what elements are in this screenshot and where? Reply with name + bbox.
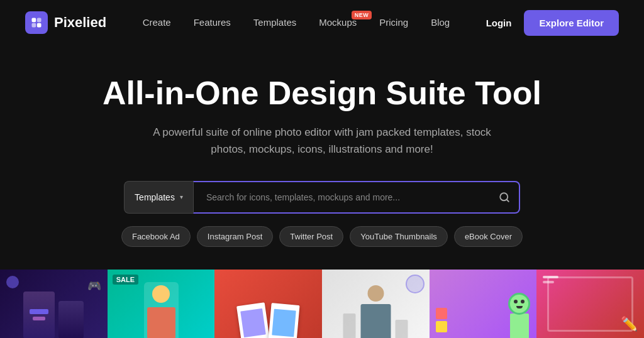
nav-link-features[interactable]: Features <box>194 17 231 28</box>
svg-rect-1 <box>37 18 42 23</box>
svg-rect-3 <box>37 23 42 28</box>
explore-editor-button[interactable]: Explore Editor <box>524 10 619 36</box>
nav-link-blog[interactable]: Blog <box>431 17 450 28</box>
tag-instagram-post[interactable]: Instagram Post <box>197 226 273 247</box>
nav-item-create[interactable]: Create <box>143 17 171 28</box>
nav-link-mockups[interactable]: Mockups <box>319 17 357 28</box>
search-icon <box>499 192 510 203</box>
quick-tags: Facebook Ad Instagram Post Twitter Post … <box>121 226 523 247</box>
nav-link-templates[interactable]: Templates <box>253 17 296 28</box>
search-input-wrapper <box>193 181 520 214</box>
nav-link-create[interactable]: Create <box>143 17 171 28</box>
hero-subtitle: A powerful suite of online photo editor … <box>146 124 498 158</box>
nav-item-mockups[interactable]: Mockups NEW <box>319 17 357 28</box>
nav-link-pricing[interactable]: Pricing <box>379 17 408 28</box>
tag-twitter-post[interactable]: Twitter Post <box>279 226 343 247</box>
login-button[interactable]: Login <box>486 18 512 28</box>
chevron-down-icon: ▾ <box>180 194 183 200</box>
mockups-badge: NEW <box>352 11 372 19</box>
nav-item-blog[interactable]: Blog <box>431 17 450 28</box>
hero-section: All-in-One Design Suite Tool A powerful … <box>0 45 644 270</box>
thumbnail-1[interactable]: 🎮 <box>0 270 108 338</box>
template-thumbnails: 🎮 SALE <box>0 270 644 338</box>
thumbnail-2[interactable]: SALE <box>108 270 215 338</box>
svg-rect-2 <box>32 23 36 28</box>
logo-icon <box>25 11 48 34</box>
logo-text: Pixelied <box>54 14 106 31</box>
thumbnail-5[interactable] <box>430 270 537 338</box>
search-area: Templates ▾ <box>124 181 520 214</box>
tag-facebook-ad[interactable]: Facebook Ad <box>121 226 191 247</box>
nav-item-features[interactable]: Features <box>194 17 231 28</box>
navbar: Pixelied Create Features Templates Mocku… <box>0 0 644 45</box>
thumbnail-6[interactable]: ✏️ <box>536 270 644 338</box>
svg-rect-0 <box>32 18 36 23</box>
nav-item-templates[interactable]: Templates <box>253 17 296 28</box>
nav-links: Create Features Templates Mockups NEW Pr… <box>143 17 450 28</box>
nav-item-pricing[interactable]: Pricing <box>379 17 408 28</box>
svg-line-5 <box>506 199 508 201</box>
thumbnail-4[interactable] <box>322 270 430 338</box>
hero-title: All-in-One Design Suite Tool <box>103 75 541 111</box>
search-category-dropdown[interactable]: Templates ▾ <box>124 181 193 214</box>
logo[interactable]: Pixelied <box>25 11 106 34</box>
nav-right: Login Explore Editor <box>486 10 619 36</box>
dropdown-label: Templates <box>135 192 175 202</box>
tag-ebook-cover[interactable]: eBook Cover <box>454 226 523 247</box>
thumbnail-3[interactable] <box>214 270 322 338</box>
search-button[interactable] <box>499 192 510 203</box>
tag-youtube-thumbnails[interactable]: YouTube Thumbnails <box>350 226 448 247</box>
search-input[interactable] <box>193 181 520 214</box>
